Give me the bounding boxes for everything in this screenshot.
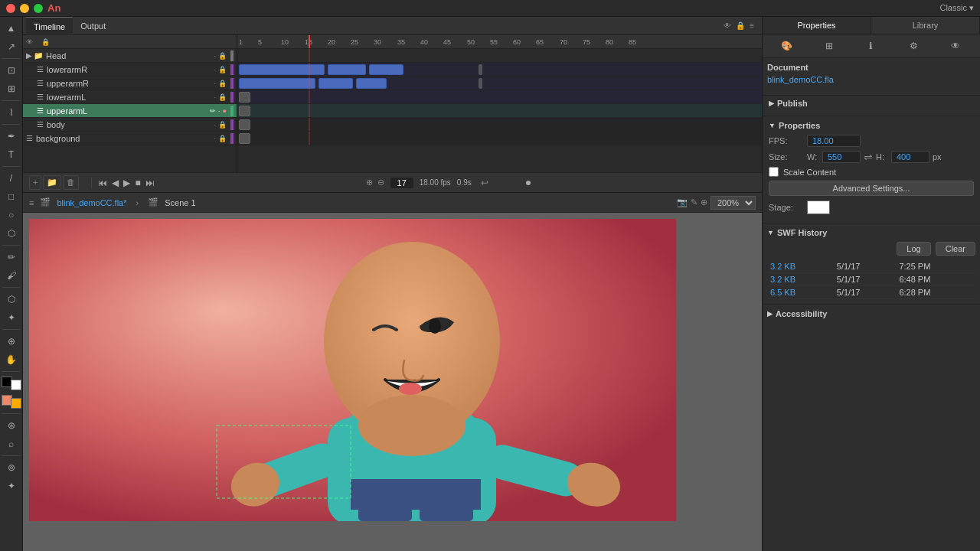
lowerarmL-eye[interactable]: · (214, 93, 216, 101)
fps-input[interactable] (807, 135, 861, 147)
upperarmR-eye[interactable]: · (214, 80, 216, 87)
layer-row-upperarmL[interactable]: ☰ upperarmL ✏ · ● (23, 104, 237, 118)
swf-history: ▼ SWF History Log Clear 3.2 KB 5/1/17 7:… (763, 223, 980, 305)
hand-tool[interactable]: ✋ (3, 351, 20, 368)
properties-header[interactable]: ▼ Properties (769, 121, 974, 130)
layer-row-lowerarmR[interactable]: ☰ lowerarmR · 🔒 (23, 63, 237, 77)
layer-row-lowerarmL[interactable]: ☰ lowerarmL · 🔒 (23, 90, 237, 104)
lasso-tool[interactable]: ⌇ (3, 104, 20, 121)
goto-end-btn[interactable]: ⏭ (145, 178, 155, 188)
paint-bucket-tool[interactable]: ⬡ (3, 291, 20, 308)
scrubber-bar[interactable] (501, 181, 756, 185)
background-eye[interactable]: · (214, 135, 216, 142)
frame-display[interactable]: 17 (390, 178, 413, 188)
head-lock[interactable]: 🔒 (218, 52, 227, 60)
advanced-settings-btn[interactable]: Advanced Settings... (769, 181, 974, 196)
gradient-tool[interactable]: ⊞ (3, 80, 20, 97)
background-lock[interactable]: 🔒 (218, 135, 227, 142)
layer-row-head[interactable]: ▶ 📁 Head · 🔒 (23, 49, 237, 63)
rp-view-icon[interactable]: 👁 (947, 37, 964, 54)
smooth-tool[interactable]: ⌕ (3, 435, 20, 452)
publish-header[interactable]: ▶ Publish (769, 99, 974, 108)
lowerarmR-eye[interactable]: · (214, 66, 216, 73)
snap-tool[interactable]: ⊛ (3, 417, 20, 434)
accessibility-header[interactable]: ▶ Accessibility (767, 309, 975, 318)
upperarmL-edit[interactable]: ✏ (210, 107, 216, 115)
zoom-select[interactable]: 50% 100% 150% 200% 400% (710, 196, 756, 210)
subselection-tool[interactable]: ↗ (3, 38, 20, 55)
selection-tool[interactable]: ▲ (3, 20, 20, 37)
rp-grid-icon[interactable]: ⊞ (821, 37, 838, 54)
edit-mode-btn[interactable]: ✎ (691, 197, 697, 207)
zoom-tool[interactable]: ⊕ (3, 333, 20, 350)
layer-row-background[interactable]: ☰ background · 🔒 (23, 132, 237, 145)
playback-loop-btn[interactable]: ↩ (481, 178, 488, 188)
stop-btn[interactable]: ■ (135, 178, 140, 188)
height-input[interactable] (891, 151, 929, 163)
brush-tool[interactable]: 🖌 (3, 267, 20, 284)
eyedropper-tool[interactable]: ✦ (3, 309, 20, 326)
tab-output[interactable]: Output (73, 17, 113, 35)
onion-skin-tool[interactable]: ⊚ (3, 459, 20, 476)
traffic-light-green[interactable] (34, 4, 43, 13)
lowerarmR-lock[interactable]: 🔒 (218, 66, 227, 73)
swf-history-header[interactable]: ▼ SWF History (767, 228, 975, 237)
clear-btn[interactable]: Clear (936, 242, 975, 256)
traffic-light-yellow[interactable] (20, 4, 29, 13)
oval-tool[interactable]: ○ (3, 207, 20, 223)
pencil-tool[interactable]: ✏ (3, 249, 20, 266)
goto-start-btn[interactable]: ⏮ (98, 178, 107, 188)
snap-btn[interactable]: ⊕ (701, 197, 707, 207)
prev-frame-btn[interactable]: ◀ (112, 178, 119, 188)
properties-section: ▼ Properties FPS: Size: W: ⇌ H: px Sc (763, 116, 980, 223)
tab-timeline[interactable]: Timeline (26, 17, 73, 35)
lock-icon[interactable]: 🔒 (736, 21, 745, 30)
layer-row-upperarmR[interactable]: ☰ upperarmR · 🔒 (23, 77, 237, 90)
pen-tool[interactable]: ✒ (3, 128, 20, 145)
timeline-panel: Timeline Output 👁 🔒 ≡ 👁 🔒 (23, 17, 762, 193)
eye-icon[interactable]: 👁 (724, 21, 731, 30)
size-link-btn[interactable]: ⇌ (864, 151, 873, 163)
body-lock[interactable]: 🔒 (218, 121, 227, 129)
layer-row-body[interactable]: ☰ body · 🔒 (23, 118, 237, 132)
upperarmR-lock[interactable]: 🔒 (218, 80, 227, 87)
close-panel-icon[interactable]: ≡ (29, 198, 34, 207)
rp-tab-properties[interactable]: Properties (763, 17, 871, 34)
playback-controls: + 📁 🗑 ⏮ ◀ ▶ ■ ⏭ ⊕ ⊖ 17 18.00 fps 0.9s (23, 172, 762, 192)
classic-btn[interactable]: Classic ▾ (939, 3, 974, 13)
line-tool[interactable]: / (3, 170, 20, 187)
head-eye[interactable]: · (214, 52, 216, 60)
camera-icon[interactable]: 📷 (677, 197, 688, 207)
hist-row-1: 3.2 KB 5/1/17 7:25 PM (767, 260, 975, 273)
scale-content-checkbox[interactable] (769, 167, 779, 177)
frame-num-35: 35 (397, 38, 405, 46)
timeline-tabs: Timeline Output 👁 🔒 ≡ (23, 17, 762, 35)
history-actions: Log Clear (767, 242, 975, 256)
insert-frame-btn[interactable]: ⊕ (366, 178, 373, 187)
delete-frame-btn[interactable]: ⊖ (377, 178, 384, 187)
color-swatch-3[interactable] (11, 398, 21, 409)
bone-tool[interactable]: ✦ (3, 478, 20, 494)
log-btn[interactable]: Log (897, 242, 930, 256)
traffic-light-red[interactable] (6, 4, 15, 13)
rp-settings-icon[interactable]: ⚙ (905, 37, 922, 54)
layer-folder-btn[interactable]: 📁 (43, 175, 61, 190)
layer-add-btn[interactable]: + (29, 175, 41, 190)
rp-paint-icon[interactable]: 🎨 (779, 37, 795, 54)
poly-tool[interactable]: ⬡ (3, 225, 20, 242)
upperarmL-eye[interactable]: · (218, 107, 220, 115)
rp-info-icon[interactable]: ℹ (863, 37, 880, 54)
rect-tool[interactable]: □ (3, 188, 20, 205)
layer-del-btn[interactable]: 🗑 (63, 175, 79, 190)
fill-color-swatch[interactable] (11, 380, 21, 390)
body-eye[interactable]: · (214, 121, 216, 129)
transform-tool[interactable]: ⊡ (3, 62, 20, 79)
timeline-menu-icon[interactable]: ≡ (750, 21, 754, 30)
rp-tab-library[interactable]: Library (871, 17, 980, 34)
play-btn[interactable]: ▶ (123, 178, 130, 188)
stage-color-picker[interactable] (807, 201, 830, 214)
width-input[interactable] (822, 151, 861, 163)
layer-name-upperarmL: upperarmL (47, 106, 210, 116)
text-tool[interactable]: T (3, 146, 20, 163)
lowerarmL-lock[interactable]: 🔒 (218, 93, 227, 101)
